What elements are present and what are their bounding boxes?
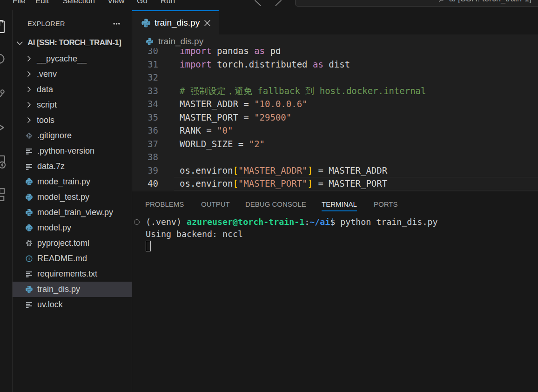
menu-run[interactable]: Run: [161, 0, 175, 6]
code-text: MASTER_ADDR = "10.0.0.6": [180, 97, 308, 111]
tree-item--pycache-[interactable]: __pycache__: [13, 51, 132, 67]
python-file-icon: [25, 209, 33, 216]
code-line-31[interactable]: 31import torch.distributed as dist: [132, 58, 538, 71]
tree-item-label: __pycache__: [37, 54, 87, 64]
explorer-sidebar: EXPLORER AI [SSH: TORCH_TRAIN-1] __pycac…: [13, 10, 132, 392]
chevron-right-icon: [25, 86, 33, 93]
remote-explorer-icon[interactable]: [0, 144, 12, 178]
menu-edit[interactable]: Edit: [35, 0, 49, 6]
tree-item-pyproject-toml[interactable]: pyproject.toml: [13, 236, 132, 251]
panel-tab-terminal[interactable]: TERMINAL: [322, 191, 357, 217]
terminal-line-3: [132, 240, 538, 252]
line-number: 30: [132, 48, 158, 58]
python-file-icon: [25, 224, 33, 232]
line-number: 39: [132, 164, 158, 177]
python-file-icon: [141, 18, 151, 28]
tree-item-model-train-view-py[interactable]: model_train_view.py: [13, 205, 132, 220]
tree-item-label: README.md: [37, 254, 87, 264]
python-file-icon: [25, 285, 33, 293]
chevron-right-icon: [25, 116, 33, 124]
tree-item-data[interactable]: data: [13, 82, 132, 97]
tree-item--gitignore[interactable]: .gitignore: [13, 128, 132, 143]
more-actions-icon[interactable]: [113, 20, 121, 27]
code-line-35[interactable]: 35MASTER_PORT = "29500": [132, 111, 538, 124]
explorer-icon[interactable]: [0, 10, 12, 44]
chevron-right-icon: [25, 70, 33, 78]
line-number: 37: [132, 137, 158, 151]
tree-item-label: requirements.txt: [37, 269, 97, 279]
command-center[interactable]: ai [SSH: torch_train-1]: [295, 0, 538, 7]
tab-train-dis[interactable]: train_dis.py: [132, 10, 219, 34]
code-line-38[interactable]: 38: [132, 150, 538, 164]
code-line-30[interactable]: 30import pandas as pd: [132, 48, 538, 58]
tree-item--venv[interactable]: .venv: [13, 67, 132, 82]
text-file-icon: [25, 270, 33, 278]
tree-item-model-test-py[interactable]: model_test.py: [13, 189, 132, 205]
tree-item-mode-train-py[interactable]: mode_train.py: [13, 174, 132, 189]
tree-section-header[interactable]: AI [SSH: TORCH_TRAIN-1]: [13, 35, 132, 51]
menu-selection[interactable]: Selection: [62, 0, 95, 6]
code-text: MASTER_PORT = "29500": [180, 111, 291, 124]
code-lines: 30import pandas as pd31import torch.dist…: [132, 48, 538, 190]
code-line-33[interactable]: 33# 强制设定，避免 fallback 到 host.docker.inter…: [132, 84, 538, 98]
tree-item-readme-md[interactable]: README.md: [13, 251, 132, 266]
line-number: 34: [132, 97, 158, 111]
terminal[interactable]: (.venv) azureuser@torch-train-1:~/ai$ py…: [132, 216, 538, 392]
tree-item-train-dis-py[interactable]: train_dis.py: [13, 282, 132, 297]
editor-area: train_dis.py train_dis.py 30import panda…: [132, 10, 538, 392]
extensions-icon[interactable]: [0, 178, 12, 211]
info-icon: [25, 255, 33, 263]
tree-item-tools[interactable]: tools: [13, 113, 132, 128]
bottom-panel: PROBLEMSOUTPUTDEBUG CONSOLETERMINALPORTS…: [132, 191, 538, 392]
panel-tab-debug-console[interactable]: DEBUG CONSOLE: [245, 191, 306, 217]
git-icon: [25, 132, 33, 140]
python-file-icon: [25, 178, 33, 186]
code-line-32[interactable]: 32: [132, 71, 538, 84]
tree-item-model-py[interactable]: model.py: [13, 220, 132, 236]
line-number: 38: [132, 150, 158, 164]
command-decoration-icon[interactable]: [134, 219, 140, 225]
menu-file[interactable]: File: [13, 0, 25, 6]
chevron-right-icon: [25, 101, 33, 108]
code-line-34[interactable]: 34MASTER_ADDR = "10.0.0.6": [132, 97, 538, 111]
tree-item-label: data.7z: [37, 162, 65, 171]
source-control-icon[interactable]: [0, 77, 12, 111]
line-number: 36: [132, 124, 158, 137]
sidebar-title: EXPLORER: [27, 20, 113, 27]
text-file-icon: [25, 147, 33, 155]
panel-tab-bar: PROBLEMSOUTPUTDEBUG CONSOLETERMINALPORTS: [132, 191, 538, 217]
code-text: import torch.distributed as dist: [180, 58, 350, 71]
panel-tab-output[interactable]: OUTPUT: [201, 191, 230, 217]
tree-item--python-version[interactable]: .python-version: [13, 143, 132, 159]
tree-item-requirements-txt[interactable]: requirements.txt: [13, 266, 132, 282]
navigate-back-icon[interactable]: [254, 0, 262, 7]
run-and-debug-icon[interactable]: [0, 111, 12, 144]
search-icon[interactable]: [0, 44, 12, 77]
activity-bar: [0, 10, 13, 392]
line-number: 35: [132, 111, 158, 124]
line-number: 40: [132, 177, 158, 190]
terminal-line-1: (.venv) azureuser@torch-train-1:~/ai$ py…: [132, 216, 538, 228]
tree-item-label: .python-version: [37, 146, 94, 156]
panel-tab-ports[interactable]: PORTS: [374, 191, 397, 217]
code-line-39[interactable]: 39os.environ["MASTER_ADDR"] = MASTER_ADD…: [132, 164, 538, 177]
tree-item-data-7z[interactable]: data.7z: [13, 159, 132, 174]
panel-tab-problems[interactable]: PROBLEMS: [145, 191, 184, 217]
menu-go[interactable]: Go: [137, 0, 148, 6]
command-center-label: ai [SSH: torch_train-1]: [449, 0, 531, 4]
close-icon[interactable]: [203, 19, 212, 27]
navigate-forward-icon[interactable]: [274, 0, 282, 7]
tree-item-script[interactable]: script: [13, 97, 132, 113]
code-line-37[interactable]: 37WORLD_SIZE = "2": [132, 137, 538, 151]
terminal-text: (.venv) azureuser@torch-train-1:~/ai$ py…: [146, 216, 437, 228]
tree-item-label: uv.lock: [37, 300, 63, 310]
code-editor[interactable]: 30import pandas as pd31import torch.dist…: [132, 48, 538, 191]
code-line-36[interactable]: 36RANK = "0": [132, 124, 538, 137]
title-bar: FileEditSelectionViewGoRunai [SSH: torch…: [0, 0, 538, 10]
breadcrumb[interactable]: train_dis.py: [132, 34, 538, 48]
code-text: RANK = "0": [180, 124, 233, 137]
tree-item-uv-lock[interactable]: uv.lock: [13, 297, 132, 312]
menu-view[interactable]: View: [108, 0, 125, 6]
line-number: 31: [132, 58, 158, 71]
code-line-40[interactable]: 40os.environ["MASTER_PORT"] = MASTER_POR…: [132, 177, 538, 190]
